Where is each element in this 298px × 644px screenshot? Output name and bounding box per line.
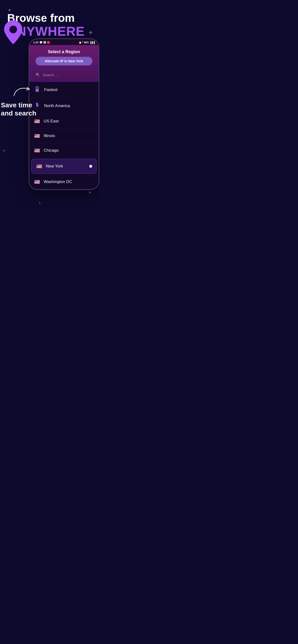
new-york-label: New York	[46, 164, 63, 169]
current-selection-pill[interactable]: Alternate IP in New York	[36, 57, 92, 66]
page-root: Browse from ANYWHERE 1:23 💬 🖼 🔴 ⏰	[0, 0, 99, 215]
sparkle-8	[88, 190, 92, 196]
new-york-selected-dot	[89, 165, 92, 168]
new-york-flag: 🇺🇸	[36, 163, 43, 170]
location-pin	[3, 19, 24, 46]
region-item-chicago[interactable]: 🇺🇸 Chicago	[29, 143, 99, 158]
us-east-flag: 🇺🇸	[34, 118, 40, 124]
illinois-flag: 🇺🇸	[34, 132, 40, 139]
select-region-header: Select a Region Alternate IP in New York	[29, 45, 99, 68]
save-time-line2: and search	[1, 109, 37, 118]
region-item-us-east[interactable]: 🇺🇸 US East	[29, 114, 99, 129]
washington-dc-flag: 🇺🇸	[34, 178, 40, 185]
chicago-label: Chicago	[44, 148, 59, 153]
region-item-washington-dc[interactable]: 🇺🇸 Washington DC	[29, 175, 99, 189]
svg-point-0	[9, 26, 17, 33]
save-time-text: Save time and search	[1, 101, 37, 117]
phone-screen: Select a Region Alternate IP in New York…	[29, 45, 99, 189]
chicago-flag: 🇺🇸	[34, 147, 40, 154]
save-time-line1: Save time	[1, 101, 37, 109]
search-input-placeholder: Search ...	[43, 73, 58, 77]
region-list: Fastest North America 🇺🇸	[29, 82, 99, 189]
us-east-label: US East	[44, 119, 59, 124]
curved-arrow-container	[12, 84, 33, 99]
region-item-north-america[interactable]: North America	[29, 98, 99, 114]
search-bar[interactable]: 🔍 Search ...	[32, 70, 96, 80]
region-item-illinois[interactable]: 🇺🇸 Illinois	[29, 129, 99, 143]
washington-dc-label: Washington DC	[44, 180, 72, 184]
north-america-label: North America	[44, 104, 70, 108]
search-icon: 🔍	[36, 72, 40, 77]
select-region-title: Select a Region	[33, 49, 95, 54]
phone-mockup: 1:23 💬 🖼 🔴 ⏰ * WiFi ▐▐▐ Select a Region …	[29, 38, 99, 190]
fastest-label: Fastest	[44, 88, 58, 92]
sparkle-7	[38, 201, 41, 205]
region-item-new-york[interactable]: 🇺🇸 New York	[31, 159, 97, 174]
curved-arrow-svg	[12, 84, 33, 98]
illinois-label: Illinois	[44, 134, 55, 138]
left-column: Save time and search	[0, 84, 37, 117]
region-item-fastest[interactable]: Fastest	[29, 82, 99, 98]
